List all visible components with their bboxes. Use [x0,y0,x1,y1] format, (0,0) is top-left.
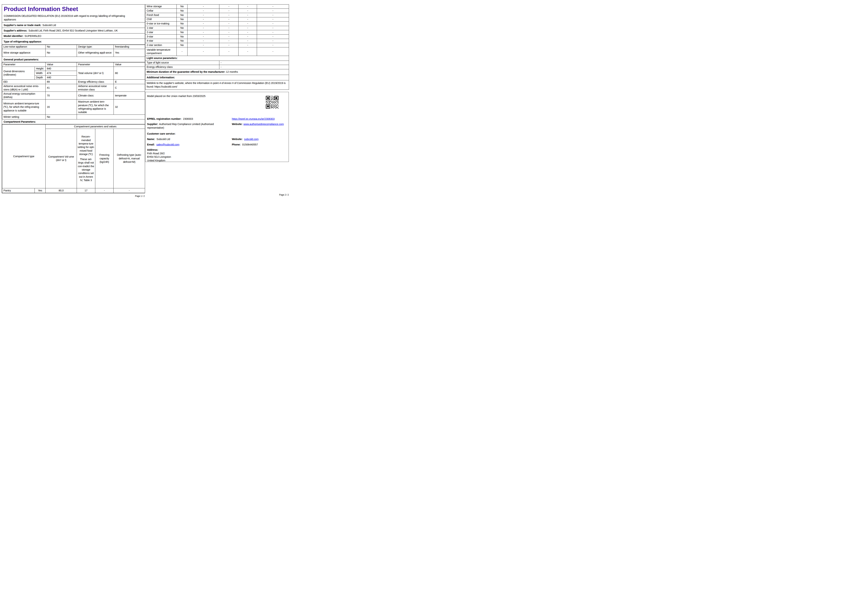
height-value: 840 [46,67,77,71]
light-source-type-label: Type of light source [145,61,219,65]
table-row: 0-star or ice-making No - - - - [145,22,289,26]
email-link[interactable]: sales@subcold.com [156,143,179,146]
temp-cell: - [219,43,238,48]
compartment-label: Cellar [145,9,177,13]
compartment-temp-header-part1: Recom-mended tempera-ture setting for op… [77,135,95,156]
pantry-volume-cell: 80,0 [46,188,77,193]
param-header-1: Parameter [2,62,46,67]
model-identifier-row: Model identifier: SUPER85LED [2,33,145,39]
noise-value: 41 [46,84,77,92]
pantry-name-cell: Pantry [2,188,35,193]
noise-class-value: C [114,84,145,92]
supplier-row: Supplier:Authorised Rep Compliance Limit… [147,122,231,129]
page-2: Wine storage No - - - - Cellar No - - - … [145,4,289,162]
supplier-address-value: Subcold Ltd, Firth Road 28/2, EH54 5DJ S… [28,29,118,32]
care-website-label: Website: [232,138,243,141]
compartment-parameters-table: Compartment type Compartment parameters … [2,124,145,193]
compartment-label: Wine storage [145,4,177,9]
compartment-type-header: Compartment type [2,125,46,188]
table-row: 2-star No - - - - [145,30,289,34]
value-header-1: Value [46,62,77,67]
param-header-2: Parameter [77,62,114,67]
supplier-website-link[interactable]: www.authorisedrepcompliance.com [243,123,284,126]
temp-cell: - [219,9,238,13]
compartment-label: 0-star or ice-making [145,22,177,26]
eprel-link[interactable]: https://eprel.ec.europa.eu/qr/2308303 [232,117,274,120]
supplier-address-label: Supplier's address: [4,29,27,32]
supplier-name-label: Supplier's name or trade mark: [4,24,41,27]
compartment-heading-row: Compartment Parameters: [2,119,145,124]
energy-class-label: Energy efficiency class [77,80,114,84]
volume-cell: - [188,22,219,26]
defrost-cell: - [257,34,289,39]
compartment-heading: Compartment Parameters: [4,120,36,123]
dimensions-label: Overal dimensions (millimetre) [2,67,35,80]
compartment-label: 4-star [145,39,177,43]
defrost-cell: - [257,13,289,17]
defrost-cell: - [257,30,289,34]
page-1-label: Page 1 / 2 [2,195,145,198]
defrost-cell: - [257,4,289,9]
low-noise-label: Low-noise appliance: [2,45,46,49]
climate-class-value: temperate [114,92,145,100]
care-phone-row: Phone: 01506440557 [232,143,258,146]
present-cell: - [177,48,188,56]
min-ambient-label: Minimum ambient tempera-ture (ºC), for w… [2,100,46,115]
wine-storage-appliance-value: No [46,49,77,57]
total-volume-label: Total volume (dm³ or l) [77,67,114,80]
type-heading: Type of refrigerating appliance: [4,40,42,43]
energy-class-value: E [114,80,145,84]
pantry-temp-cell: 17 [77,188,95,193]
regulation-subtitle: COMMISSION DELEGATED REGULATION (EU) 201… [4,14,130,21]
freezing-capacity-header: Freezing capacity (kg/24h) [95,129,114,188]
temp-cell: - [219,34,238,39]
table-row: 1-star No - - - - [145,26,289,30]
page-2-label: Page 2 / 2 [145,193,289,196]
max-ambient-label: Maximum ambient tem-perature (ºC), for w… [77,100,114,115]
table-row: Wine storage No - - - - [145,4,289,9]
general-heading: General product parameters: [4,58,39,61]
eprel-label: EPREL registration number: [147,117,181,120]
volume-cell: - [188,9,219,13]
light-source-type-value: - [219,61,289,65]
care-website-row: Website: subcold.com [232,138,259,141]
freezing-cell: - [238,43,257,48]
freezing-cell: - [238,13,257,17]
temp-cell: - [219,30,238,34]
value-header-2: Value [114,62,145,67]
light-energy-class-label: Energy efficiency class [145,65,219,69]
annual-energy-label: Annual energy consumption (kWh/a) [2,92,46,100]
present-cell: No [177,30,188,34]
table-row: Fresh food No - - - - [145,13,289,17]
guarantee-value: 12 months [226,70,238,73]
freezing-cell: - [238,17,257,22]
freezing-cell: - [238,34,257,39]
eprel-link-cell: https://eprel.ec.europa.eu/qr/2308303 [232,117,274,120]
total-volume-value: 80 [114,67,145,80]
volume-cell: - [188,43,219,48]
temp-cell: - [219,4,238,9]
light-energy-class-value: - [219,65,289,69]
care-name-row: Name: Subcold Ltd [147,138,170,141]
freezing-cell: - [238,48,257,56]
temp-cell: - [219,48,238,56]
model-identifier-value: SUPER85LED [24,34,41,37]
min-ambient-value: 16 [46,100,77,115]
compartment-label: 1-star [145,26,177,30]
care-website-link[interactable]: subcold.com [244,138,259,141]
freezing-cell: - [238,26,257,30]
eei-label: EEI [2,80,46,84]
defrost-cell: - [257,9,289,13]
temp-cell: - [219,17,238,22]
low-noise-value: No [46,45,77,49]
compartment-label: 3-star [145,34,177,39]
present-cell: No [177,4,188,9]
other-appliance-value: Yes [114,49,145,57]
website-label: Website: [232,123,243,126]
type-heading-row: Type of refrigerating appliance: [2,39,145,45]
general-heading-row: General product parameters: [2,57,145,62]
compartment-label: 2-star section [145,43,177,48]
compartment-label: 2-star [145,30,177,34]
customer-care-heading: Customer care service: [147,132,175,135]
present-cell: No [177,9,188,13]
